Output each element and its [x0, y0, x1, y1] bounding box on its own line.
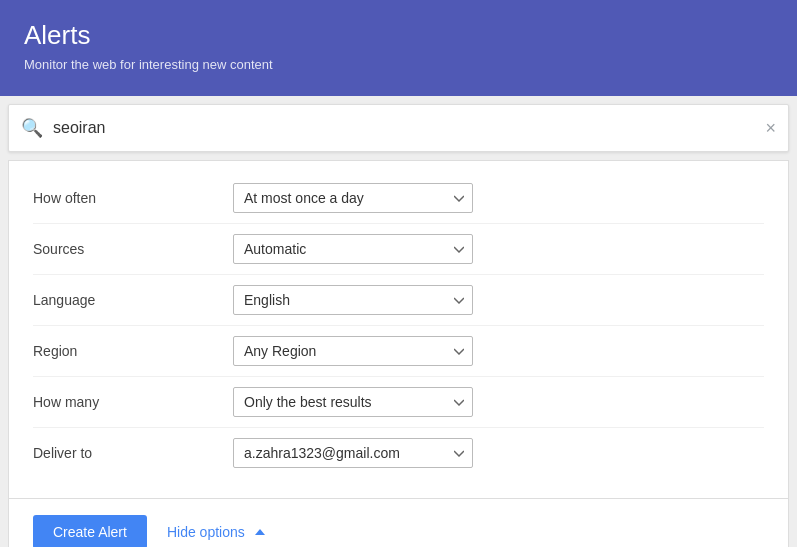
option-row-language: Language English Any Language French Ger… — [33, 275, 764, 326]
option-label-deliver-to: Deliver to — [33, 445, 233, 461]
deliver-to-select[interactable]: a.zahra1323@gmail.com — [233, 438, 473, 468]
how-many-select[interactable]: Only the best results All results — [233, 387, 473, 417]
option-label-region: Region — [33, 343, 233, 359]
actions-row: Create Alert Hide options — [8, 499, 789, 547]
chevron-up-icon — [255, 529, 265, 535]
option-label-sources: Sources — [33, 241, 233, 257]
options-panel: How often At most once a day As-it-happe… — [8, 160, 789, 499]
option-row-region: Region Any Region United States United K… — [33, 326, 764, 377]
page-title: Alerts — [24, 20, 773, 51]
region-select[interactable]: Any Region United States United Kingdom … — [233, 336, 473, 366]
search-bar: 🔍 × — [8, 104, 789, 152]
search-icon: 🔍 — [21, 117, 43, 139]
page-subtitle: Monitor the web for interesting new cont… — [24, 57, 773, 72]
hide-options-link[interactable]: Hide options — [167, 524, 265, 540]
option-label-how-many: How many — [33, 394, 233, 410]
option-row-sources: Sources Automatic News Blogs Web Video B… — [33, 224, 764, 275]
search-input[interactable] — [53, 119, 765, 137]
close-icon[interactable]: × — [765, 118, 776, 139]
create-alert-button[interactable]: Create Alert — [33, 515, 147, 547]
option-row-how-many: How many Only the best results All resul… — [33, 377, 764, 428]
header: Alerts Monitor the web for interesting n… — [0, 0, 797, 96]
option-row-deliver-to: Deliver to a.zahra1323@gmail.com — [33, 428, 764, 478]
option-label-language: Language — [33, 292, 233, 308]
option-row-how-often: How often At most once a day As-it-happe… — [33, 173, 764, 224]
sources-select[interactable]: Automatic News Blogs Web Video Books Dis… — [233, 234, 473, 264]
language-select[interactable]: English Any Language French German Spani… — [233, 285, 473, 315]
option-label-how-often: How often — [33, 190, 233, 206]
how-often-select[interactable]: At most once a day As-it-happens At most… — [233, 183, 473, 213]
hide-options-label: Hide options — [167, 524, 245, 540]
